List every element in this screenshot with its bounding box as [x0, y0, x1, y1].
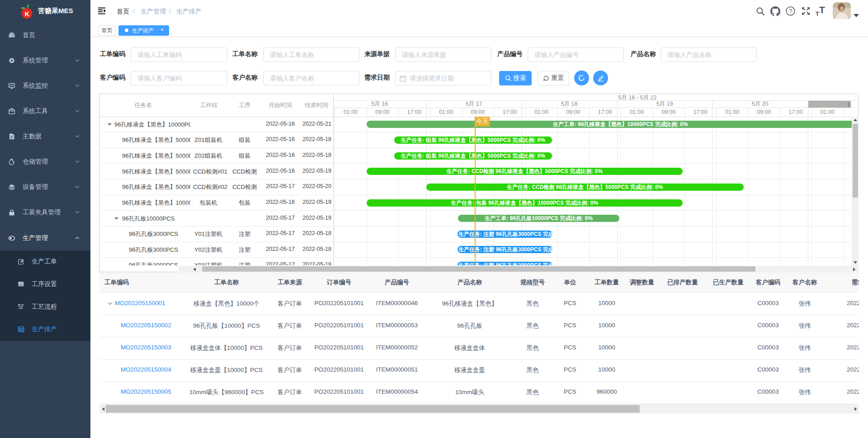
- svg-text:?: ?: [789, 8, 792, 14]
- svg-text:K: K: [25, 10, 30, 18]
